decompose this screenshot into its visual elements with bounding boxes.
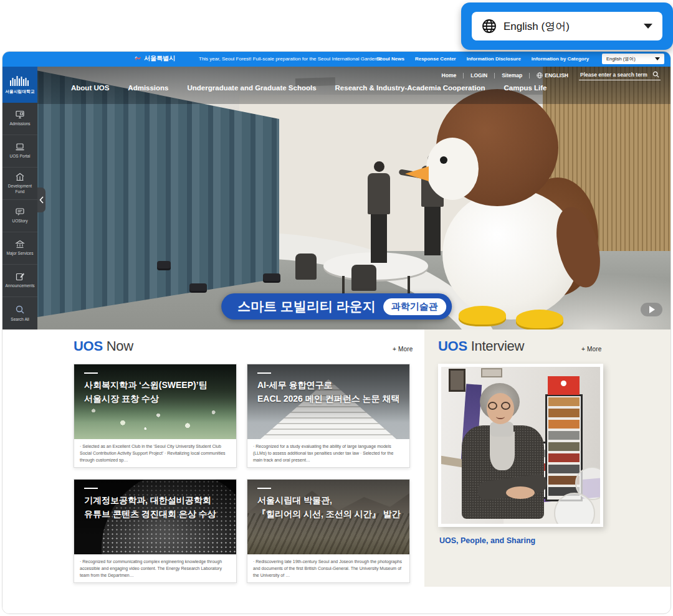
title-line: 기계정보공학과, 대한설비공학회 xyxy=(84,493,231,507)
sidebar-item-label: Announcements xyxy=(6,283,35,288)
professor-hands xyxy=(506,486,535,499)
hero-banner[interactable]: 스마트 모빌리티 라운지 과학기술관 xyxy=(2,67,671,329)
announcement-ticker[interactable]: This year, Seoul Forest! Full-scale prep… xyxy=(196,56,383,62)
blog-icon xyxy=(15,207,25,216)
news-card-summary: · Recognized for a study evaluating the … xyxy=(247,439,409,468)
globe-icon xyxy=(537,72,543,78)
page: 서울특별시 This year, Seoul Forest! Full-scal… xyxy=(0,0,673,616)
news-card[interactable]: AI-세무 융합연구로 EACL 2026 메인 컨퍼런스 논문 채택 · Re… xyxy=(247,364,410,468)
nav-campus-life[interactable]: Campus Life xyxy=(504,84,547,92)
news-card-image: 서울시립대 박물관, 『힐리어의 시선, 조선의 시간』 발간 xyxy=(247,480,409,554)
robot-car xyxy=(263,273,280,281)
laptop-icon xyxy=(15,143,25,151)
utility-home[interactable]: Home xyxy=(442,72,457,78)
glasses-lens xyxy=(488,402,497,410)
search-icon xyxy=(652,71,659,78)
news-card[interactable]: 기계정보공학과, 대한설비공학회 유튜브 콘텐츠 경진대회 은상 수상 · Re… xyxy=(74,479,237,583)
main-nav: About UOS Admissions Undergraduate and G… xyxy=(71,84,547,92)
mascot-bird xyxy=(401,84,669,329)
interview-photo xyxy=(441,367,600,524)
uos-now-section: UOSNow + More 사회복지학과 ‘스윕(SWEEP)’팀 서울시장 표… xyxy=(2,329,424,614)
wall-frame xyxy=(481,368,502,377)
header-search[interactable] xyxy=(579,70,661,80)
nav-admissions[interactable]: Admissions xyxy=(128,84,168,92)
language-selector-callout: English (영어) xyxy=(461,2,673,50)
nav-undergraduate-graduate[interactable]: Undergraduate and Graduate Schools xyxy=(188,84,317,92)
sidebar-collapse-handle[interactable] xyxy=(37,187,45,212)
uos-now-more-button[interactable]: + More xyxy=(393,346,413,353)
play-icon xyxy=(649,306,655,313)
uos-now-heading: UOSNow xyxy=(74,338,133,354)
hero-chair xyxy=(351,265,376,291)
sidebar-item-development-fund[interactable]: Development Fund xyxy=(2,168,37,200)
search-icon xyxy=(15,305,25,315)
topbar-link-response-center[interactable]: Response Center xyxy=(415,56,456,62)
uos-interview-more-button[interactable]: + More xyxy=(581,346,602,353)
news-card-image: 기계정보공학과, 대한설비공학회 유튜브 콘텐츠 경진대회 은상 수상 xyxy=(74,480,236,554)
news-card-title: 기계정보공학과, 대한설비공학회 유튜브 콘텐츠 경진대회 은상 수상 xyxy=(84,493,231,521)
topbar-language-select[interactable]: English (영어) xyxy=(602,54,664,64)
topbar-link-seoul-news[interactable]: Seoul News xyxy=(376,56,404,62)
slideshow-play-button[interactable] xyxy=(641,303,662,316)
title-line: 유튜브 콘텐츠 경진대회 은상 수상 xyxy=(84,507,231,521)
nav-research-cooperation[interactable]: Research & Industry-Academia Cooperation xyxy=(335,84,485,92)
utility-english[interactable]: ENGLISH xyxy=(537,72,568,78)
seoul-logo-text: 서울특별시 xyxy=(144,54,175,63)
nav-about-uos[interactable]: About UOS xyxy=(71,84,109,92)
university-logo[interactable]: 서울시립대학교 xyxy=(2,67,37,103)
interview-photo-card[interactable] xyxy=(438,364,603,527)
university-name: 서울시립대학교 xyxy=(5,89,35,95)
news-card[interactable]: 서울시립대 박물관, 『힐리어의 시선, 조선의 시간』 발간 · Redisc… xyxy=(247,479,410,583)
robot-car xyxy=(189,283,207,291)
uos-emblem-icon xyxy=(9,75,31,87)
language-selector-value: English (영어) xyxy=(504,19,570,34)
heading-rest: Interview xyxy=(471,338,524,354)
news-card-summary: · Recognized for communicating complex e… xyxy=(74,554,236,584)
topbar-link-information-by-category[interactable]: Information by Category xyxy=(532,56,589,62)
professor-sweater xyxy=(490,432,515,470)
news-card-grid: 사회복지학과 ‘스윕(SWEEP)’팀 서울시장 표창 수상 · Selecte… xyxy=(74,364,410,583)
announcement-text: This year, Seoul Forest! Full-scale prep… xyxy=(199,56,383,62)
topbar-link-information-disclosure[interactable]: Information Disclosure xyxy=(467,56,521,62)
hero-caption-badge: 과학기술관 xyxy=(383,298,446,315)
heading-accent: UOS xyxy=(74,338,103,354)
person-silhouette xyxy=(368,161,390,263)
news-card-title: 사회복지학과 ‘스윕(SWEEP)’팀 서울시장 표창 수상 xyxy=(84,378,231,406)
note-pencil-icon xyxy=(15,272,25,281)
hero-caption-text: 스마트 모빌리티 라운지 xyxy=(237,298,376,315)
sidebar-item-search-all[interactable]: Search All xyxy=(2,297,37,329)
mascot-foot xyxy=(516,310,563,328)
sidebar-item-uos-portal[interactable]: UOS Portal xyxy=(2,135,37,168)
bank-icon xyxy=(15,240,25,249)
seoul-topbar: 서울특별시 This year, Seoul Forest! Full-scal… xyxy=(2,52,671,67)
professor-smile xyxy=(496,414,505,419)
utility-login[interactable]: LOGIN xyxy=(470,72,487,78)
news-card-title: 서울시립대 박물관, 『힐리어의 시선, 조선의 시간』 발간 xyxy=(257,493,404,521)
search-input[interactable] xyxy=(580,72,649,78)
news-card[interactable]: 사회복지학과 ‘스윕(SWEEP)’팀 서울시장 표창 수상 · Selecte… xyxy=(74,364,237,468)
topbar-language-value: English (영어) xyxy=(606,56,636,62)
wall-portrait xyxy=(449,369,465,392)
seoul-city-logo[interactable]: 서울특별시 xyxy=(135,54,175,63)
sidebar-item-label: Development Fund xyxy=(4,184,36,194)
sidebar-item-label: UOS Portal xyxy=(10,154,31,159)
divider xyxy=(529,73,530,78)
title-line: EACL 2026 메인 컨퍼런스 논문 채택 xyxy=(257,392,404,405)
red-sign xyxy=(548,376,580,395)
interview-caption[interactable]: UOS, People, and Sharing xyxy=(439,536,535,545)
sidebar-item-label: Admissions xyxy=(9,121,30,126)
title-line: 사회복지학과 ‘스윕(SWEEP)’팀 xyxy=(84,378,231,392)
sidebar-item-major-services[interactable]: Major Services xyxy=(2,232,37,265)
sidebar-item-uostory[interactable]: UOStory xyxy=(2,200,37,232)
seoul-mark-icon xyxy=(135,55,141,62)
title-line: AI-세무 융합연구로 xyxy=(257,378,404,392)
sidebar-item-announcements[interactable]: Announcements xyxy=(2,265,37,297)
sidebar-item-admissions[interactable]: Admissions xyxy=(2,103,37,135)
mascot-eye xyxy=(440,156,447,164)
language-selector[interactable]: English (영어) xyxy=(472,12,662,40)
hero-caption-pill[interactable]: 스마트 모빌리티 라운지 과학기술관 xyxy=(221,293,452,320)
title-dash xyxy=(257,488,271,489)
utility-sitemap[interactable]: Sitemap xyxy=(502,72,522,78)
divider xyxy=(463,73,464,78)
title-dash xyxy=(257,372,271,374)
